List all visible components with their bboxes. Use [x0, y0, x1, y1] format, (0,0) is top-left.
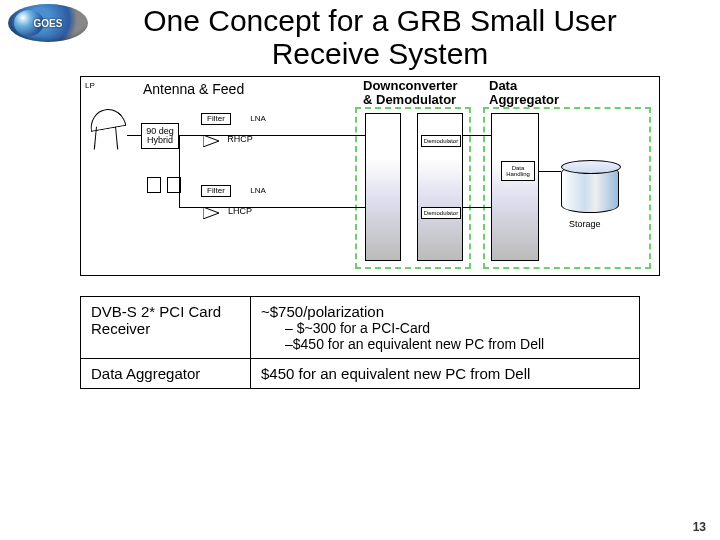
data-handling-block: Data Handling: [501, 161, 535, 181]
svg-marker-0: [203, 135, 219, 147]
storage-cylinder-icon: [561, 165, 619, 213]
downconverter-rack-a: [365, 113, 401, 261]
cell-receiver-price: ~$750/polarization – $~300 for a PCI-Car…: [251, 297, 640, 359]
price-head: ~$750/polarization: [261, 303, 384, 320]
page-number: 13: [693, 520, 706, 534]
block-diagram: LP Antenna & Feed Downconverter & Demodu…: [80, 76, 660, 276]
antenna-icon: [89, 105, 129, 153]
demodulator-1: Demodulator: [421, 135, 461, 147]
table-row: DVB-S 2* PCI Card Receiver ~$750/polariz…: [81, 297, 640, 359]
hybrid-block: 90 deg Hybrid: [141, 123, 179, 149]
lna-1: LNA: [245, 113, 271, 125]
section-antenna-label: Antenna & Feed: [143, 81, 244, 97]
aux-block-1: [147, 177, 161, 193]
storage-label: Storage: [569, 219, 601, 229]
slide-title: One Concept for a GRB Small User Receive…: [100, 4, 660, 70]
cell-aggregator: Data Aggregator: [81, 359, 251, 389]
logo-text: GOES: [34, 18, 63, 29]
goes-logo: GOES: [8, 4, 88, 42]
section-aggregator-label: Data Aggregator: [489, 79, 559, 106]
pricing-table: DVB-S 2* PCI Card Receiver ~$750/polariz…: [80, 296, 640, 389]
lp-label: LP: [85, 81, 95, 90]
price-sub2: –$450 for an equivalent new PC from Dell: [285, 336, 629, 352]
demodulator-2: Demodulator: [421, 207, 461, 219]
aggregator-rack: [491, 113, 539, 261]
lna-2: LNA: [245, 185, 271, 197]
table-row: Data Aggregator $450 for an equivalent n…: [81, 359, 640, 389]
filter-2: Filter: [201, 185, 231, 197]
section-downconverter-label: Downconverter & Demodulator: [363, 79, 458, 106]
cell-receiver: DVB-S 2* PCI Card Receiver: [81, 297, 251, 359]
filter-1: Filter: [201, 113, 231, 125]
svg-marker-1: [203, 207, 219, 219]
cell-aggregator-price: $450 for an equivalent new PC from Dell: [251, 359, 640, 389]
price-sub1: – $~300 for a PCI-Card: [285, 320, 629, 336]
